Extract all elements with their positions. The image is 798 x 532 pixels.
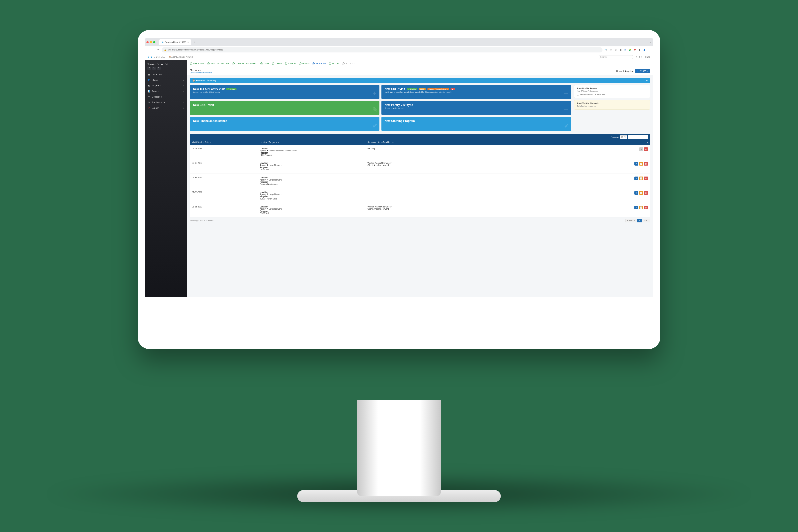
check-icon: ✔: [564, 122, 569, 130]
client-id: 19890: [640, 70, 646, 72]
window-close-icon[interactable]: [147, 41, 149, 43]
search-input[interactable]: Search: [599, 55, 633, 59]
browser-menu-icon[interactable]: ⋮: [648, 48, 651, 52]
tab-dietary-consider-[interactable]: ✓DIETARY CONSIDER...: [232, 62, 258, 65]
mail-icon[interactable]: ✉: [641, 56, 642, 58]
tab-assess[interactable]: ✓ASSESS: [285, 62, 296, 65]
card-new-snap-visit[interactable]: New SNAP Visit ✎: [190, 101, 379, 115]
sort-icon: ⇅: [278, 141, 279, 143]
row-action-orange[interactable]: 📄: [639, 206, 643, 209]
app-topbar: ☰ ◒ LINK2FEED 🏠 Agency A Large Network S…: [145, 54, 653, 60]
browser-tab-active[interactable]: ◒ Services Client # 19890 ×: [159, 39, 191, 45]
col-location-program[interactable]: Location / Program⇅: [258, 140, 365, 145]
sidebar-item-administration[interactable]: ⚙Administration›: [145, 99, 187, 105]
pager-next[interactable]: Next: [642, 218, 650, 223]
check-circle-icon: ✓: [342, 62, 344, 65]
row-action-red[interactable]: 🗑: [644, 147, 648, 151]
ext-icon[interactable]: 🧩: [628, 48, 632, 52]
check-icon: ✔: [372, 122, 378, 130]
check-circle-icon: ✓: [207, 62, 210, 65]
tab-services[interactable]: ✓SERVICES: [312, 62, 326, 65]
row-action-orange[interactable]: 📄: [639, 176, 643, 180]
col-summary[interactable]: Summary / Items Provided⇅: [365, 140, 616, 145]
nav-forward-icon[interactable]: →: [152, 49, 155, 51]
ext-icon[interactable]: ☆: [609, 48, 612, 52]
client-id-pill[interactable]: 👤 19890 ▾: [634, 69, 650, 73]
card-new-pantry-visit[interactable]: New Pantry Visit type Create new visit f…: [381, 101, 571, 115]
user-label[interactable]: Candi: [645, 56, 650, 58]
col-visit-date[interactable]: Visit / Service Date▾: [190, 140, 258, 145]
ext-icon[interactable]: ◐: [638, 48, 641, 52]
nav-back-icon[interactable]: ←: [147, 49, 150, 51]
settings-icon[interactable]: ⚙: [638, 56, 640, 58]
ext-icon[interactable]: ⊞: [614, 48, 617, 52]
table-filter-input[interactable]: [628, 135, 648, 139]
ext-icon[interactable]: 🔍: [605, 48, 608, 52]
row-action-orange[interactable]: 📄: [639, 162, 643, 166]
sidebar-item-dashboard[interactable]: ▦Dashboard: [145, 72, 187, 77]
tab-tefap[interactable]: ✓TEFAP: [272, 62, 282, 65]
row-action-orange[interactable]: 📄: [639, 191, 643, 195]
row-action-red[interactable]: 🗑: [644, 162, 648, 166]
ext-icon[interactable]: ⬢: [633, 48, 636, 52]
lock-icon: 🔒: [164, 49, 166, 51]
intake-mode-link[interactable]: Or See Client in New Intake: [190, 72, 212, 74]
table-body: 02-02-2022 LocationAgency B- Medium Netw…: [190, 145, 650, 217]
row-action-red[interactable]: 🗑: [644, 206, 648, 209]
tab-close-icon[interactable]: ×: [188, 41, 189, 43]
window-minimize-icon[interactable]: [150, 41, 152, 43]
pager-prev[interactable]: Previous: [625, 218, 637, 223]
tab-personal[interactable]: ✓PERSONAL: [190, 62, 205, 65]
review-date: Jan 25th — 8 days ago: [577, 90, 647, 92]
row-action-blue[interactable]: ✎: [634, 206, 639, 209]
check-circle-icon: ✓: [329, 62, 331, 65]
tab-activity[interactable]: ✓ACTIVITY: [342, 62, 355, 65]
nav-next-icon[interactable]: ❯: [152, 67, 156, 70]
card-new-clothing-program[interactable]: New Clothing Program ✔: [381, 117, 571, 131]
nav-next2-icon[interactable]: ❯: [157, 67, 161, 70]
household-summary-label: Household Summary: [196, 79, 216, 81]
check-circle-icon: ✓: [190, 62, 192, 65]
sidebar-item-programs[interactable]: ▣Programs›: [145, 83, 187, 88]
chevron-right-icon: ›: [183, 84, 184, 87]
hamburger-icon[interactable]: ☰: [148, 56, 149, 58]
perpage-select[interactable]: 25: [620, 135, 627, 139]
card-new-tefap-visit[interactable]: New TEFAP Pantry Visit ✓ Eligible Create…: [190, 85, 379, 99]
window-maximize-icon[interactable]: [153, 41, 155, 43]
chevron-right-icon: ›: [183, 107, 184, 109]
url-input[interactable]: 🔒 test-intake.link2feed.com/org/TCS/inta…: [162, 47, 603, 53]
row-action-blue[interactable]: ✎: [634, 162, 639, 166]
card-new-csfp-visit[interactable]: New CSFP Visit ✓ Eligible CSFP Agency A …: [381, 85, 571, 99]
new-tab-button[interactable]: ＋: [194, 41, 196, 43]
profile-avatar-icon[interactable]: 👤: [643, 48, 646, 52]
nav-prev-icon[interactable]: ❮: [147, 67, 151, 70]
row-action-red[interactable]: 🗑: [644, 191, 648, 195]
agency-badge: Agency A Large Network: [427, 88, 449, 90]
ext-icon[interactable]: Ⓥ: [624, 48, 627, 52]
check-circle-icon: ✓: [232, 62, 234, 65]
row-action-blue[interactable]: ✎: [634, 191, 639, 195]
review-next-checkbox[interactable]: Review Profile On Next Visit: [577, 94, 647, 96]
agency-label[interactable]: 🏠 Agency A Large Network: [169, 56, 193, 58]
household-summary-bar[interactable]: 🏠 Household Summary ≡: [190, 78, 650, 83]
sidebar-item-support[interactable]: ❓Support›: [145, 105, 187, 111]
tab-notes[interactable]: ✓NOTES: [329, 62, 339, 65]
perpage-label: Per page: [611, 136, 619, 138]
tab-monthly-income[interactable]: ✓MONTHLY INCOME: [207, 62, 229, 65]
table-entries-text: Showing 1 to 5 of 5 entries: [190, 220, 213, 222]
pager-page-1[interactable]: 1: [637, 218, 642, 223]
star-icon[interactable]: ☆: [635, 56, 638, 58]
sidebar-item-reports[interactable]: 📊Reports›: [145, 88, 187, 94]
sidebar-item-messages[interactable]: ✉Messages: [145, 94, 187, 99]
ext-icon[interactable]: ◧: [619, 48, 622, 52]
row-action-blue[interactable]: ✎: [634, 176, 639, 180]
nav-reload-icon[interactable]: ⟳: [157, 49, 159, 51]
row-action-red[interactable]: 🗑: [644, 176, 648, 180]
row-action-grey[interactable]: ✎: [639, 147, 643, 151]
sidebar-item-clients[interactable]: 👤Clients›: [145, 77, 187, 83]
tab-overflow-icon[interactable]: ⌄: [650, 41, 651, 43]
tab-goals[interactable]: ✓GOALS: [299, 62, 309, 65]
tab-csfp[interactable]: ✓CSFP: [260, 62, 269, 65]
lastvisit-date: Feb 2nd — yesterday: [577, 105, 647, 107]
card-new-financial-assistance[interactable]: New Financial Assistance ✔: [190, 117, 379, 131]
